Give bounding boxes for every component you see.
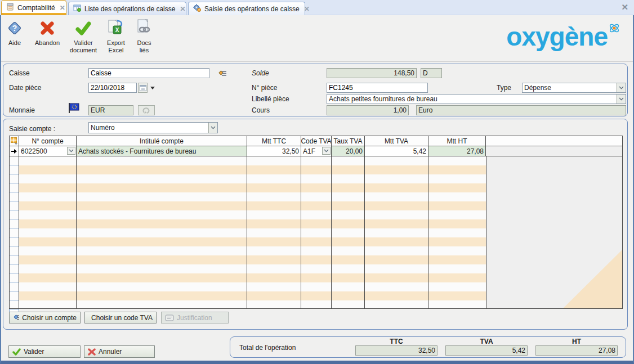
ttc-header: TTC	[355, 338, 437, 345]
operations-grid: N° compte Intitulé compte Mtt TTC Code T…	[9, 136, 623, 309]
tab-close-icon[interactable]: ✕	[178, 5, 186, 13]
table-row[interactable]: 6022500 Achats stockés - Fournitures de …	[10, 146, 622, 156]
logo-text: oxygène	[506, 23, 608, 50]
ht-header: HT	[535, 338, 618, 345]
grid-corner-cell[interactable]	[10, 136, 19, 146]
linked-docs-icon	[135, 19, 154, 38]
type-select[interactable]: Dépense	[522, 83, 626, 93]
libelle-value: Achats petites fournitures de bureau	[329, 95, 437, 103]
annuler-label: Annuler	[99, 348, 122, 356]
saisie-compte-select[interactable]: Numéro	[88, 122, 218, 133]
chevron-down-icon[interactable]	[617, 83, 626, 92]
valider-document-label: Valider document	[66, 39, 100, 53]
chevron-down-icon[interactable]	[322, 147, 331, 155]
grid-vline	[364, 156, 365, 308]
choisir-code-tva-label: Choisir un code TVA	[91, 314, 153, 322]
tva-header: TVA	[445, 338, 528, 345]
document-header-panel: Caisse Date pièce Monnaie EUR	[3, 64, 628, 116]
ledger-icon	[6, 3, 14, 12]
lines-panel: Saisie compte : Numéro N° compte Intitul…	[3, 119, 628, 330]
excel-export-icon: X	[106, 19, 126, 38]
choisir-compte-label: Choisir un compte	[22, 314, 77, 322]
annuler-button[interactable]: Annuler	[84, 345, 155, 358]
solde-sens-field: D	[421, 68, 442, 78]
justification-button-disabled: Justification	[161, 312, 229, 323]
numero-piece-label: N° pièce	[252, 83, 278, 93]
cell-ttc[interactable]: 32,50	[247, 146, 301, 156]
chevron-down-icon[interactable]	[208, 123, 217, 133]
cours-field: 1,00	[327, 105, 409, 115]
devise-field: Euro	[416, 105, 626, 115]
export-excel-label: Export Excel	[102, 39, 130, 53]
caisse-input[interactable]	[88, 68, 209, 78]
chevron-down-icon[interactable]	[617, 95, 626, 104]
date-piece-label: Date pièce	[9, 83, 41, 93]
help-icon: ?	[5, 19, 24, 38]
cell-compte[interactable]: 6022500	[19, 146, 77, 156]
tab-liste-operations[interactable]: Liste des opérations de caisse ✕	[68, 2, 186, 15]
window-close-icon[interactable]: ✕	[621, 2, 628, 12]
pick-list-icon	[13, 314, 19, 321]
change-currency-button-disabled	[138, 105, 155, 115]
grid-header-row: N° compte Intitulé compte Mtt TTC Code T…	[10, 136, 622, 146]
total-tva-field: 5,42	[445, 345, 528, 356]
marker-column	[10, 156, 19, 308]
abandon-label: Abandon	[35, 39, 60, 47]
valider-document-button[interactable]: Valider document	[66, 19, 100, 53]
corner-triangle	[563, 250, 622, 308]
toolbar: ? Aide Abandon Valider document X Export…	[1, 15, 633, 62]
aide-button[interactable]: ? Aide	[3, 19, 26, 47]
valider-button[interactable]: Valider	[8, 345, 81, 358]
cell-mtt-tva[interactable]: 5,42	[365, 146, 428, 156]
docs-lies-label: Docs liés	[132, 39, 157, 53]
tab-comptabilite[interactable]: Comptabilité ✕	[1, 0, 66, 15]
col-header-mtt-ht[interactable]: Mtt HT	[428, 136, 486, 146]
oxygene-logo: oxygène	[506, 23, 620, 50]
aide-label: Aide	[8, 39, 21, 47]
choisir-code-tva-button[interactable]: Choisir un code TVA	[84, 312, 157, 323]
total-panel: Total de l'opération TTC TVA HT 32,50 5,…	[230, 336, 626, 358]
gears-icon	[193, 4, 201, 14]
grid-vline	[331, 156, 332, 308]
abandon-button[interactable]: Abandon	[30, 19, 64, 47]
libelle-piece-label: Libellé pièce	[252, 94, 289, 104]
col-header-code-tva[interactable]: Code TVA	[301, 136, 332, 146]
docs-lies-button[interactable]: Docs liés	[132, 19, 157, 53]
numero-piece-input[interactable]	[327, 83, 428, 93]
col-header-ttc[interactable]: Mtt TTC	[247, 136, 301, 146]
saisie-compte-value: Numéro	[91, 124, 115, 132]
caisse-label: Caisse	[9, 68, 30, 78]
compte-value: 6022500	[21, 147, 47, 155]
total-ttc-field: 32,50	[355, 345, 437, 356]
empty-row-stripes	[19, 156, 486, 308]
total-label: Total de l'opération	[239, 343, 296, 353]
date-piece-input[interactable]	[88, 83, 137, 93]
export-excel-button[interactable]: X Export Excel	[102, 19, 130, 53]
type-value: Dépense	[524, 84, 551, 92]
col-header-compte[interactable]: N° compte	[19, 136, 77, 146]
cell-code-tva[interactable]: A1F	[301, 146, 332, 156]
svg-text:?: ?	[12, 24, 17, 33]
col-header-intitule[interactable]: Intitulé compte	[77, 136, 247, 146]
tab-label: Comptabilité	[17, 4, 55, 12]
cell-taux-tva: 20,00	[332, 146, 365, 156]
eu-flag-icon	[68, 102, 80, 115]
col-header-mtt-tva[interactable]: Mtt TVA	[365, 136, 428, 146]
tab-close-icon[interactable]: ✕	[303, 5, 311, 13]
main-area: ? Aide Abandon Valider document X Export…	[0, 15, 634, 364]
grid-menu-icon	[11, 137, 18, 145]
cancel-icon	[88, 348, 96, 356]
choisir-compte-button[interactable]: Choisir un compte	[9, 312, 81, 323]
select-account-icon[interactable]	[217, 69, 228, 78]
svg-text:X: X	[115, 27, 119, 33]
valider-label: Valider	[24, 348, 44, 356]
solde-field: 148,50	[327, 68, 417, 78]
calendar-icon[interactable]	[138, 83, 148, 93]
col-header-taux-tva[interactable]: Taux TVA	[332, 136, 365, 146]
date-dropdown-icon[interactable]	[150, 87, 155, 89]
tab-saisie-operations[interactable]: Saisie des opérations de caisse ✕	[188, 2, 305, 15]
chevron-down-icon[interactable]	[67, 147, 75, 155]
saisie-compte-label: Saisie compte :	[9, 124, 55, 134]
tab-close-icon[interactable]: ✕	[59, 4, 66, 12]
libelle-piece-combo[interactable]: Achats petites fournitures de bureau	[327, 94, 626, 104]
